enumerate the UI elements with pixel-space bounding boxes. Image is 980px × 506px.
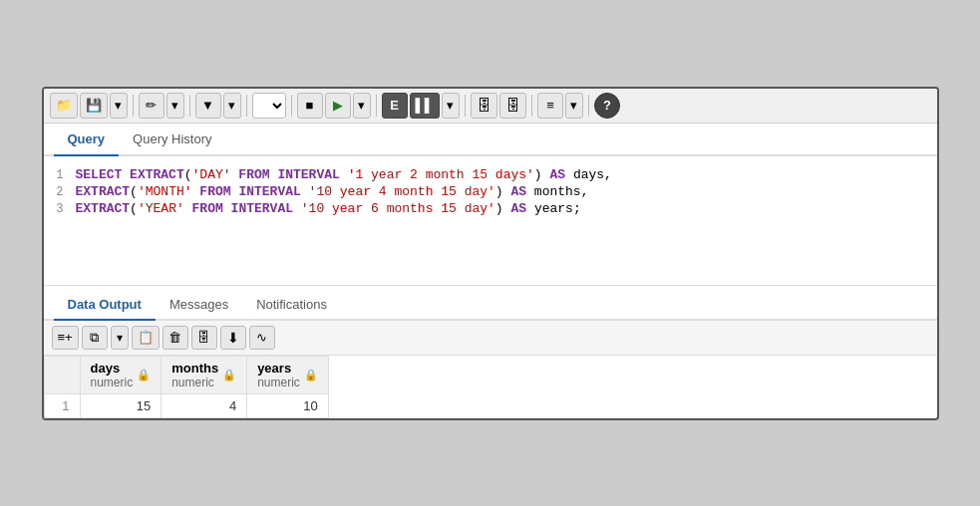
toolbar-separator-6 — [465, 95, 466, 117]
data-output-toolbar: ≡+ ⧉ ▾ 📋 🗑 🗄 ⬇ ∿ — [44, 321, 937, 356]
code-editor[interactable]: 1 SELECT EXTRACT('DAY' FROM INTERVAL '1 … — [44, 156, 937, 286]
toolbar-group-menu: ≡ ▾ — [537, 93, 583, 119]
toolbar-group-db: 🗄 🗄 — [471, 93, 526, 119]
toolbar-separator-7 — [531, 95, 532, 117]
chart-view-button[interactable]: ∿ — [249, 326, 275, 350]
tab-data-output[interactable]: Data Output — [54, 290, 156, 321]
code-line-3: 3 EXTRACT('YEAR' FROM INTERVAL '10 year … — [44, 200, 937, 217]
col-header-months: months numeric 🔒 — [162, 356, 247, 393]
stop-button[interactable]: ■ — [297, 93, 323, 119]
db1-button[interactable]: 🗄 — [471, 93, 497, 119]
table-row: 1 15 4 10 — [44, 393, 328, 417]
help-button[interactable]: ? — [594, 93, 620, 119]
chart-button[interactable]: ▌▌ — [410, 93, 440, 119]
edit-dropdown-button[interactable]: ▾ — [166, 93, 184, 119]
save-dropdown-button[interactable]: ▾ — [110, 93, 128, 119]
paste-button[interactable]: 📋 — [132, 326, 160, 350]
toolbar: 📁 💾 ▾ ✏ ▾ ▼ ▾ No limit ■ ▶ ▾ E ▌▌ ▾ — [44, 89, 937, 124]
toolbar-group-file: 📁 💾 ▾ — [50, 93, 128, 119]
save-button[interactable]: 💾 — [80, 93, 108, 119]
menu-button[interactable]: ≡ — [537, 93, 563, 119]
tab-query-history[interactable]: Query History — [119, 124, 225, 156]
data-output-table: days numeric 🔒 months numeric — [44, 356, 937, 418]
top-tabs: Query Query History — [44, 124, 937, 156]
copy-dropdown-button[interactable]: ▾ — [111, 326, 129, 350]
lock-icon-years: 🔒 — [304, 369, 318, 381]
tab-query[interactable]: Query — [54, 124, 120, 156]
download-button[interactable]: ⬇ — [220, 326, 246, 350]
line-num-3: 3 — [44, 202, 76, 216]
col-header-days: days numeric 🔒 — [80, 356, 162, 393]
tab-notifications[interactable]: Notifications — [242, 290, 341, 321]
chart-dropdown-button[interactable]: ▾ — [442, 93, 460, 119]
explain-button[interactable]: E — [382, 93, 408, 119]
toolbar-separator-1 — [133, 95, 134, 117]
col-header-years: years numeric 🔒 — [247, 356, 329, 393]
cell-days-1[interactable]: 15 — [80, 393, 162, 417]
filter-dropdown-button[interactable]: ▾ — [223, 93, 241, 119]
toolbar-group-filter: ▼ ▾ — [195, 93, 241, 119]
row-number-1: 1 — [44, 393, 80, 417]
toolbar-separator-2 — [189, 95, 190, 117]
limit-select[interactable]: No limit — [252, 93, 286, 119]
run-button[interactable]: ▶ — [325, 93, 351, 119]
db2-button[interactable]: 🗄 — [499, 93, 526, 119]
toolbar-separator-4 — [291, 95, 292, 117]
open-file-button[interactable]: 📁 — [50, 93, 78, 119]
line-num-2: 2 — [44, 185, 76, 199]
main-window: 📁 💾 ▾ ✏ ▾ ▼ ▾ No limit ■ ▶ ▾ E ▌▌ ▾ — [42, 87, 939, 420]
toolbar-group-explain: E ▌▌ ▾ — [382, 93, 460, 119]
toolbar-separator-8 — [588, 95, 589, 117]
lock-icon-days: 🔒 — [137, 369, 151, 381]
toolbar-group-edit: ✏ ▾ — [139, 93, 184, 119]
results-table: days numeric 🔒 months numeric — [44, 356, 329, 418]
line-num-1: 1 — [44, 168, 76, 182]
toolbar-separator-5 — [376, 95, 377, 117]
code-text-2: EXTRACT('MONTH' FROM INTERVAL '10 year 4… — [76, 184, 937, 199]
cell-months-1[interactable]: 4 — [162, 393, 247, 417]
edit-button[interactable]: ✏ — [139, 93, 164, 119]
lock-icon-months: 🔒 — [222, 369, 236, 381]
tab-messages[interactable]: Messages — [156, 290, 242, 321]
delete-button[interactable]: 🗑 — [163, 326, 188, 350]
code-line-1: 1 SELECT EXTRACT('DAY' FROM INTERVAL '1 … — [44, 166, 937, 183]
filter-button[interactable]: ▼ — [195, 93, 221, 119]
code-text-3: EXTRACT('YEAR' FROM INTERVAL '10 year 6 … — [76, 201, 937, 216]
code-line-2: 2 EXTRACT('MONTH' FROM INTERVAL '10 year… — [44, 183, 937, 200]
add-row-button[interactable]: ≡+ — [52, 326, 79, 350]
toolbar-separator-3 — [246, 95, 247, 117]
bottom-tabs: Data Output Messages Notifications — [44, 290, 937, 321]
cell-years-1[interactable]: 10 — [247, 393, 329, 417]
copy-button[interactable]: ⧉ — [82, 326, 108, 350]
code-text-1: SELECT EXTRACT('DAY' FROM INTERVAL '1 ye… — [76, 167, 937, 182]
toolbar-group-run: ■ ▶ ▾ — [297, 93, 371, 119]
row-num-header — [44, 356, 80, 393]
save-data-button[interactable]: 🗄 — [191, 326, 217, 350]
menu-dropdown-button[interactable]: ▾ — [565, 93, 583, 119]
run-dropdown-button[interactable]: ▾ — [353, 93, 371, 119]
